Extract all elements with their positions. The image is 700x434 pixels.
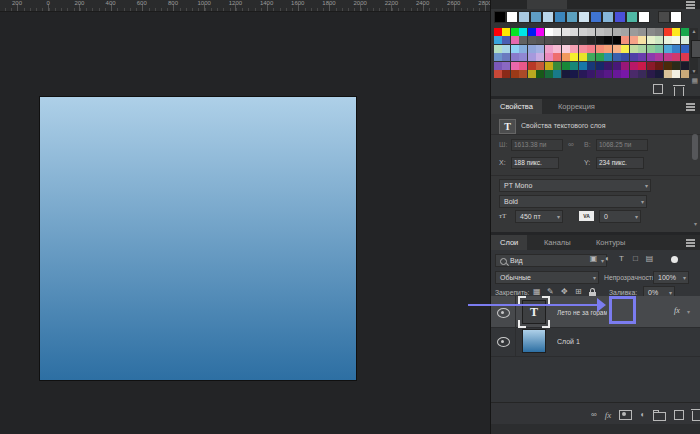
color-swatch[interactable]	[587, 28, 595, 36]
tracking-icon[interactable]: VA	[579, 211, 594, 221]
opacity-select[interactable]: 100% ▾	[653, 271, 689, 284]
color-swatch[interactable]	[638, 62, 646, 70]
color-swatch[interactable]	[596, 28, 604, 36]
color-swatch[interactable]	[494, 53, 502, 61]
color-swatch[interactable]	[570, 45, 578, 53]
recent-color-swatch[interactable]	[531, 12, 541, 22]
color-swatch[interactable]	[604, 62, 612, 70]
y-field[interactable]: 234 пикс.	[596, 157, 644, 169]
color-swatch[interactable]	[630, 45, 638, 53]
color-swatch[interactable]	[672, 53, 680, 61]
color-swatch[interactable]	[630, 28, 638, 36]
color-swatch[interactable]	[528, 28, 536, 36]
color-swatch[interactable]	[630, 70, 638, 78]
scroll-up-icon[interactable]: ▲	[690, 28, 698, 34]
link-dimensions-icon[interactable]: ∞	[568, 140, 574, 149]
properties-menu-icon[interactable]	[686, 106, 695, 108]
color-swatch[interactable]	[502, 45, 510, 53]
color-swatch[interactable]	[494, 28, 502, 36]
color-swatch[interactable]	[681, 53, 689, 61]
type-filter-icon[interactable]: T	[615, 254, 628, 264]
color-swatch[interactable]	[664, 62, 672, 70]
recent-color-swatch[interactable]	[519, 12, 529, 22]
recent-color-swatch[interactable]	[639, 12, 649, 22]
color-swatch[interactable]	[587, 70, 595, 78]
new-layer-icon[interactable]	[674, 410, 684, 420]
recent-color-swatch[interactable]	[543, 12, 553, 22]
color-swatch[interactable]	[672, 45, 680, 53]
properties-scrollbar-thumb[interactable]	[692, 134, 698, 160]
color-swatch[interactable]	[570, 53, 578, 61]
layers-menu-icon[interactable]	[686, 242, 695, 244]
tab-properties[interactable]: Свойства	[491, 99, 542, 114]
recent-color-swatch[interactable]	[567, 12, 577, 22]
color-swatch[interactable]	[672, 62, 680, 70]
color-swatch[interactable]	[562, 62, 570, 70]
color-swatch[interactable]	[596, 36, 604, 44]
color-swatch[interactable]	[664, 28, 672, 36]
color-swatch[interactable]	[630, 62, 638, 70]
recent-color-swatch[interactable]	[671, 12, 681, 22]
color-swatch[interactable]	[519, 53, 527, 61]
color-swatch[interactable]	[613, 45, 621, 53]
color-swatch[interactable]	[655, 62, 663, 70]
color-swatch[interactable]	[528, 45, 536, 53]
color-swatch[interactable]	[579, 28, 587, 36]
color-swatch[interactable]	[604, 70, 612, 78]
color-swatch[interactable]	[647, 28, 655, 36]
color-swatch[interactable]	[647, 53, 655, 61]
color-swatch[interactable]	[681, 36, 689, 44]
color-swatch[interactable]	[672, 70, 680, 78]
horizontal-ruler[interactable]: 2000200400600800100012001400160018002000…	[0, 0, 490, 12]
tab-layers[interactable]: Слои	[491, 235, 527, 250]
color-swatch[interactable]	[528, 53, 536, 61]
color-swatch[interactable]	[579, 45, 587, 53]
color-swatch[interactable]	[494, 45, 502, 53]
scrollbar-thumb[interactable]	[691, 40, 700, 58]
new-adjustment-layer-icon[interactable]: ◐	[640, 410, 645, 420]
panel-menu-icon[interactable]	[686, 4, 695, 6]
color-swatch[interactable]	[587, 45, 595, 53]
color-swatch[interactable]	[613, 70, 621, 78]
color-swatch[interactable]	[579, 62, 587, 70]
color-swatch[interactable]	[664, 53, 672, 61]
color-swatch[interactable]	[502, 62, 510, 70]
pixel-layer-filter-icon[interactable]: ▣	[587, 254, 600, 264]
color-swatch[interactable]	[655, 28, 663, 36]
color-swatch[interactable]	[562, 45, 570, 53]
color-swatch[interactable]	[562, 70, 570, 78]
tab-channels[interactable]: Каналы	[535, 235, 580, 250]
recent-color-swatch[interactable]	[627, 12, 637, 22]
color-swatch[interactable]	[502, 36, 510, 44]
color-swatch[interactable]	[664, 36, 672, 44]
font-size-select[interactable]: 450 пт ▾	[515, 210, 563, 223]
color-swatch[interactable]	[621, 36, 629, 44]
color-swatch[interactable]	[672, 28, 680, 36]
scroll-down-icon[interactable]: ▾	[694, 220, 697, 227]
color-swatch[interactable]	[638, 28, 646, 36]
color-swatch[interactable]	[596, 62, 604, 70]
color-swatch[interactable]	[587, 53, 595, 61]
font-style-select[interactable]: Bold ▾	[499, 195, 647, 208]
width-field[interactable]: 1613.38 пи	[511, 139, 563, 151]
tab-adjustments[interactable]: Коррекция	[549, 99, 604, 114]
color-swatch[interactable]	[553, 53, 561, 61]
color-swatch[interactable]	[528, 62, 536, 70]
color-swatch[interactable]	[536, 53, 544, 61]
color-swatch[interactable]	[621, 45, 629, 53]
color-swatch[interactable]	[647, 36, 655, 44]
color-swatch[interactable]	[536, 62, 544, 70]
color-swatch[interactable]	[647, 45, 655, 53]
visibility-eye-icon[interactable]	[497, 308, 510, 318]
color-swatch[interactable]	[596, 70, 604, 78]
color-swatch[interactable]	[655, 53, 663, 61]
color-swatch[interactable]	[519, 45, 527, 53]
color-swatch[interactable]	[511, 53, 519, 61]
new-group-icon[interactable]	[653, 412, 666, 421]
color-swatch[interactable]	[681, 62, 689, 70]
link-layers-icon[interactable]: ∞	[591, 410, 597, 420]
color-swatch[interactable]	[638, 45, 646, 53]
color-swatch[interactable]	[494, 62, 502, 70]
color-swatch[interactable]	[562, 53, 570, 61]
color-swatch[interactable]	[655, 36, 663, 44]
